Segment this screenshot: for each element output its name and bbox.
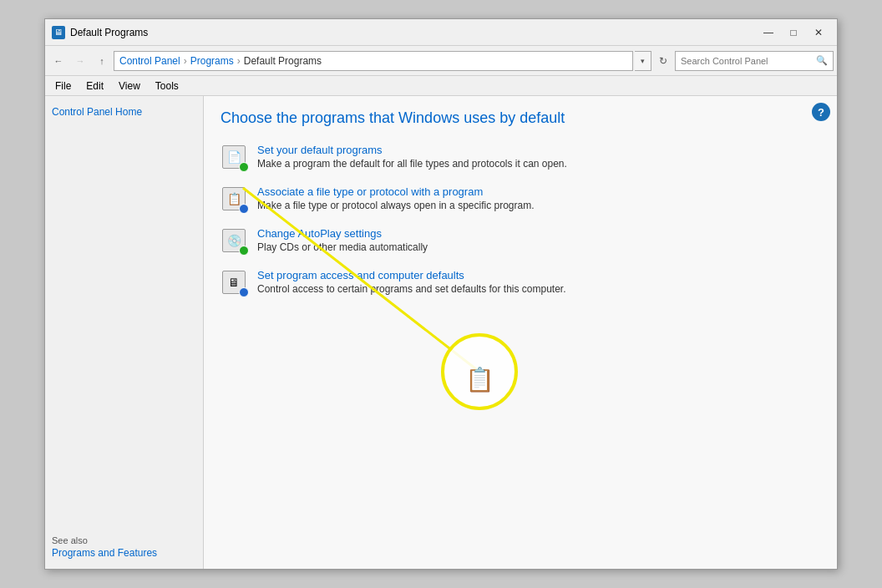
- up-button[interactable]: ↑: [92, 51, 112, 71]
- svg-text:📋: 📋: [465, 366, 494, 393]
- sidebar-control-panel-home[interactable]: Control Panel Home: [52, 106, 196, 118]
- back-button[interactable]: ←: [48, 51, 68, 71]
- breadcrumb-part3: Default Programs: [244, 55, 322, 67]
- page-title: Choose the programs that Windows uses by…: [220, 109, 820, 127]
- autoplay-link[interactable]: Change AutoPlay settings: [257, 227, 428, 240]
- minimize-button[interactable]: —: [757, 24, 780, 41]
- maximize-button[interactable]: □: [782, 24, 805, 41]
- window-icon: 🖥: [52, 26, 65, 39]
- forward-button[interactable]: →: [70, 51, 90, 71]
- address-bar: ← → ↑ Control Panel › Programs › Default…: [45, 46, 837, 76]
- close-button[interactable]: ✕: [807, 24, 830, 41]
- badge-blue: [239, 287, 249, 297]
- menu-edit[interactable]: Edit: [79, 79, 110, 94]
- search-box: 🔍: [675, 51, 834, 71]
- sidebar: Control Panel Home See also Programs and…: [45, 96, 204, 569]
- set-default-link[interactable]: Set your default programs: [257, 144, 567, 156]
- list-item: 🖥 Set program access and computer defaul…: [220, 269, 820, 296]
- list-item: 📄 Set your default programs Make a progr…: [220, 144, 820, 170]
- search-icon[interactable]: 🔍: [816, 55, 828, 66]
- badge-green: [239, 162, 249, 172]
- program-icon-autoplay: 💿: [220, 227, 247, 254]
- title-bar: 🖥 Default Programs — □ ✕: [45, 19, 837, 46]
- badge-green: [239, 246, 249, 256]
- menu-file[interactable]: File: [48, 79, 78, 94]
- menu-bar: File Edit View Tools: [45, 76, 837, 96]
- address-path: Control Panel › Programs › Default Progr…: [114, 51, 633, 71]
- program-access-desc: Control access to certain programs and s…: [257, 283, 566, 295]
- associate-file-link[interactable]: Associate a file type or protocol with a…: [257, 185, 535, 198]
- main-window: 🖥 Default Programs — □ ✕ ← → ↑ Control P…: [44, 18, 838, 570]
- list-item: 📋 Associate a file type or protocol with…: [220, 185, 820, 212]
- address-dropdown[interactable]: ▾: [635, 51, 651, 71]
- title-bar-buttons: — □ ✕: [757, 24, 830, 41]
- menu-view[interactable]: View: [112, 79, 147, 94]
- refresh-button[interactable]: ↻: [653, 51, 673, 71]
- breadcrumb-part1[interactable]: Control Panel: [119, 55, 180, 67]
- breadcrumb-part2[interactable]: Programs: [190, 55, 234, 67]
- badge-blue: [239, 204, 249, 214]
- see-also-label: See also: [52, 535, 196, 545]
- program-icon-associate-file: 📋: [220, 185, 247, 212]
- program-icon-program-access: 🖥: [220, 269, 247, 296]
- program-list: 📄 Set your default programs Make a progr…: [220, 144, 820, 296]
- autoplay-desc: Play CDs or other media automatically: [257, 241, 428, 253]
- associate-file-desc: Make a file type or protocol always open…: [257, 200, 535, 211]
- svg-point-1: [443, 335, 516, 408]
- search-input[interactable]: [681, 56, 816, 66]
- set-default-desc: Make a program the default for all file …: [257, 158, 567, 170]
- program-icon-set-default: 📄: [220, 144, 247, 170]
- help-button[interactable]: ?: [812, 103, 830, 121]
- main-content: ? Choose the programs that Windows uses …: [204, 96, 837, 569]
- program-access-link[interactable]: Set program access and computer defaults: [257, 269, 566, 281]
- sidebar-programs-features[interactable]: Programs and Features: [52, 547, 157, 559]
- window-title: Default Programs: [70, 27, 757, 38]
- menu-tools[interactable]: Tools: [149, 79, 185, 94]
- list-item: 💿 Change AutoPlay settings Play CDs or o…: [220, 227, 820, 254]
- content-area: Control Panel Home See also Programs and…: [45, 96, 837, 569]
